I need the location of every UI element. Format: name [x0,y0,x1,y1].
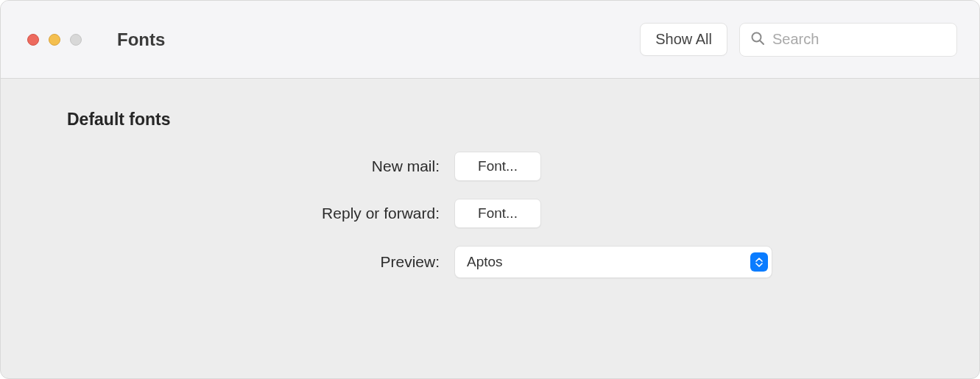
row-reply-forward: Reply or forward: Font... [67,199,913,228]
content-area: Default fonts New mail: Font... Reply or… [1,79,979,378]
show-all-button[interactable]: Show All [640,23,727,56]
preview-label: Preview: [67,253,440,271]
preferences-window: Fonts Show All Default fonts New mail: F… [0,0,980,379]
svg-line-1 [760,40,764,44]
new-mail-label: New mail: [67,157,440,175]
search-input[interactable] [772,31,946,48]
reply-forward-label: Reply or forward: [67,205,440,222]
row-new-mail: New mail: Font... [67,152,913,181]
reply-forward-font-button[interactable]: Font... [454,199,541,228]
search-icon [750,31,765,49]
titlebar: Fonts Show All [1,1,979,79]
row-preview: Preview: Aptos [67,246,913,278]
section-title: Default fonts [67,110,913,130]
preview-font-select-wrap[interactable]: Aptos [454,246,772,278]
maximize-window-button [70,34,82,46]
new-mail-font-button[interactable]: Font... [454,152,541,181]
preview-font-select[interactable]: Aptos [454,246,772,278]
minimize-window-button[interactable] [49,34,60,46]
search-field-wrap[interactable] [739,23,957,57]
window-title: Fonts [117,29,165,50]
traffic-lights [27,34,82,46]
close-window-button[interactable] [27,34,39,46]
